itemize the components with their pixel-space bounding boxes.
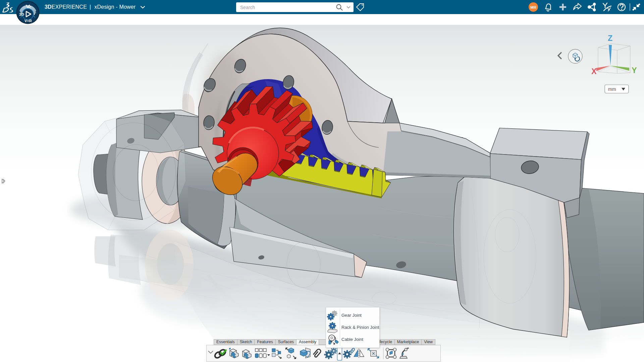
svg-text:3D: 3D [19,12,24,16]
svg-text:Y: Y [632,66,637,75]
svg-text:X: X [591,67,597,76]
svg-text:V+R: V+R [24,19,32,23]
svg-text:Z: Z [608,34,612,43]
svg-text:MR: MR [530,5,537,9]
svg-text:mm: mm [608,86,616,92]
